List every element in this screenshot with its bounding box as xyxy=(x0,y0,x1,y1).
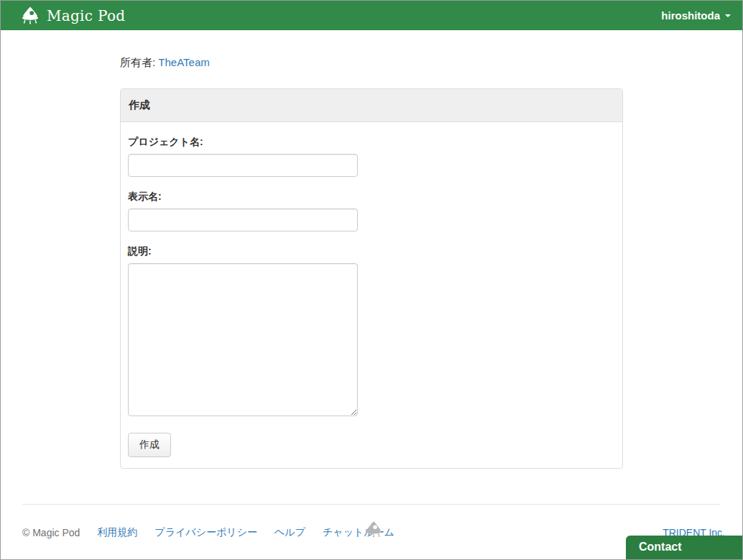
project-name-input[interactable] xyxy=(128,154,358,177)
description-group: 説明: xyxy=(128,245,615,419)
display-name-label: 表示名: xyxy=(128,191,615,203)
display-name-group: 表示名: xyxy=(128,191,615,231)
owner-label: 所有者: xyxy=(120,56,155,68)
footer-row: © Magic Pod 利用規約 プライバシーポリシー ヘルプ チャットルーム … xyxy=(22,505,725,539)
brand-home-link[interactable]: Magic Pod xyxy=(20,6,125,25)
footer: © Magic Pod 利用規約 プライバシーポリシー ヘルプ チャットルーム … xyxy=(1,504,742,539)
create-button[interactable]: 作成 xyxy=(128,433,171,457)
user-menu-label: hiroshitoda xyxy=(661,9,720,22)
footer-link-chatroom[interactable]: チャットルーム xyxy=(323,526,394,539)
ufo-logo-icon xyxy=(20,6,40,25)
navbar: Magic Pod hiroshitoda xyxy=(1,1,742,30)
owner-team-link[interactable]: TheATeam xyxy=(158,56,209,68)
project-name-label: プロジェクト名: xyxy=(128,136,615,149)
footer-link-terms[interactable]: 利用規約 xyxy=(97,526,137,539)
footer-ufo-icon xyxy=(364,520,383,541)
display-name-input[interactable] xyxy=(128,208,358,231)
panel-body: プロジェクト名: 表示名: 説明: 作成 xyxy=(121,122,622,468)
footer-link-privacy[interactable]: プライバシーポリシー xyxy=(154,526,257,539)
caret-down-icon xyxy=(725,14,731,17)
create-project-panel: 作成 プロジェクト名: 表示名: 説明: 作成 xyxy=(120,88,623,469)
brand-title: Magic Pod xyxy=(47,7,125,24)
description-textarea[interactable] xyxy=(128,263,358,416)
description-label: 説明: xyxy=(128,245,615,258)
contact-button[interactable]: Contact xyxy=(626,536,742,559)
user-menu-dropdown[interactable]: hiroshitoda xyxy=(661,9,731,22)
footer-link-help[interactable]: ヘルプ xyxy=(274,526,305,539)
project-name-group: プロジェクト名: xyxy=(128,136,615,177)
owner-line: 所有者: TheATeam xyxy=(120,56,623,70)
copyright-text: © Magic Pod xyxy=(22,527,80,538)
main-content: 所有者: TheATeam 作成 プロジェクト名: 表示名: 説明: 作成 xyxy=(120,56,623,469)
panel-title: 作成 xyxy=(121,89,622,122)
